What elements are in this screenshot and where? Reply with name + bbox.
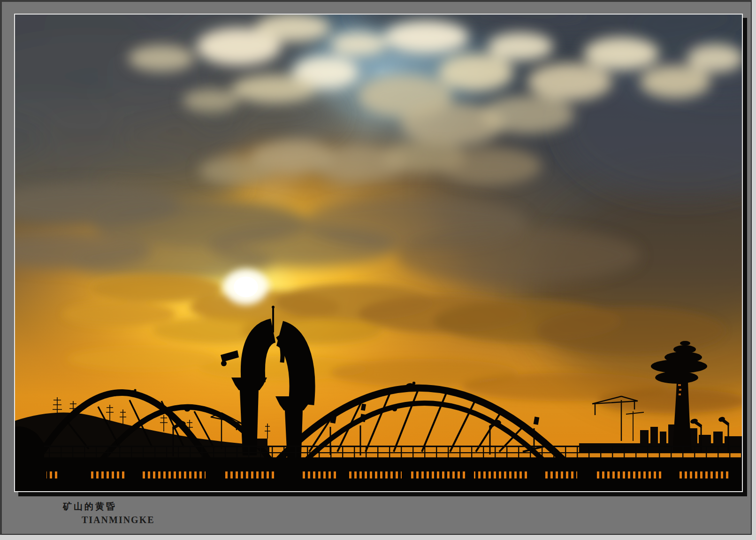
caption-author: TIANMINGKE bbox=[82, 515, 155, 525]
cloud-bright bbox=[438, 54, 513, 91]
caption-title: 矿山的黄昏 bbox=[63, 501, 117, 513]
baluster-slots bbox=[46, 471, 729, 478]
cloud-bright bbox=[255, 15, 330, 42]
slot-group bbox=[143, 471, 206, 478]
cloud-bright bbox=[687, 44, 742, 72]
frame-mat: 矿山的黄昏 TIANMINGKE bbox=[0, 0, 752, 535]
slot-group bbox=[411, 471, 466, 478]
slit bbox=[679, 393, 681, 395]
slit bbox=[679, 389, 681, 391]
cloud-wisp bbox=[598, 389, 742, 413]
bird-icon bbox=[392, 408, 397, 411]
bird-icon bbox=[184, 408, 190, 412]
bridge-deck bbox=[15, 446, 742, 491]
slot-group bbox=[222, 471, 277, 478]
slit bbox=[678, 384, 681, 386]
slot-group bbox=[594, 471, 664, 478]
cloud-wisp bbox=[68, 347, 218, 370]
slot-group bbox=[302, 471, 338, 478]
monument-antenna-tip bbox=[272, 306, 275, 309]
tower-disc-top bbox=[673, 345, 696, 354]
cloud-bright bbox=[330, 32, 387, 56]
cloud-bright bbox=[129, 45, 194, 71]
cloud-gold bbox=[63, 302, 176, 326]
cloud-gold bbox=[537, 307, 725, 354]
bird-icon bbox=[412, 382, 415, 385]
slot-group bbox=[90, 471, 125, 478]
cloud-puff bbox=[199, 157, 274, 185]
slot-group bbox=[474, 471, 529, 478]
cloud-bright bbox=[183, 89, 239, 112]
cloud-bright bbox=[232, 75, 316, 103]
bird-icon bbox=[517, 422, 522, 425]
slot-group bbox=[544, 471, 577, 478]
cloud-bright bbox=[527, 63, 612, 100]
sun-core bbox=[234, 277, 258, 297]
monument-bracket-knob bbox=[221, 361, 227, 366]
slot-group bbox=[347, 471, 402, 478]
slot-group bbox=[677, 471, 729, 478]
cloud-puff bbox=[438, 147, 542, 185]
photo-canvas bbox=[15, 15, 742, 491]
cloud-bright bbox=[488, 32, 553, 61]
cloud-bright bbox=[384, 21, 469, 54]
cloud-bright bbox=[481, 96, 574, 133]
sunset-photo bbox=[14, 14, 743, 492]
slot-group bbox=[46, 471, 59, 478]
cloud-bright bbox=[640, 65, 710, 98]
deck-rail-posts bbox=[15, 446, 742, 458]
cloud-streak bbox=[396, 227, 640, 284]
tower-tip bbox=[680, 341, 690, 346]
sun bbox=[224, 269, 267, 305]
cloud-bright bbox=[584, 37, 659, 70]
bird-icon bbox=[134, 389, 136, 391]
